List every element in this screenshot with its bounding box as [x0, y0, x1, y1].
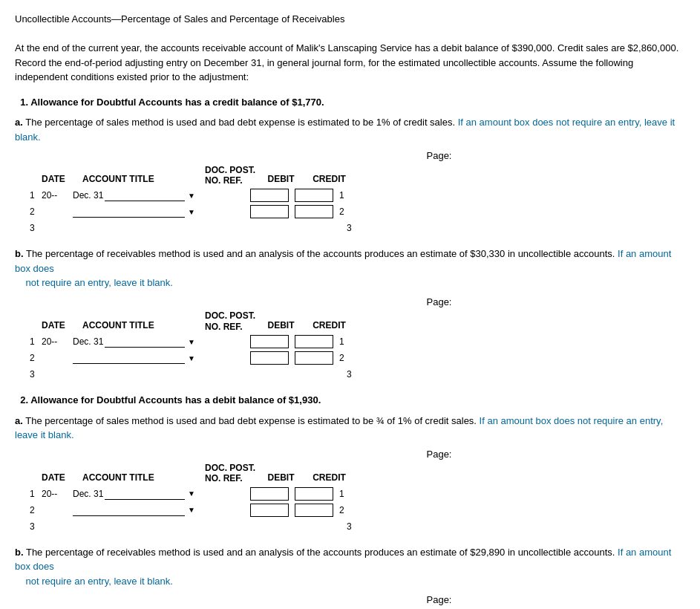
- section2-header: 2. Allowance for Doubtful Accounts has a…: [15, 393, 685, 408]
- journal-header-2a: DATE ACCOUNT TITLE DOC. POST.NO. REF. DE…: [30, 463, 685, 486]
- credit-input-1b-row2[interactable]: [295, 351, 333, 365]
- table-row: 2 ▼ 2: [30, 504, 685, 517]
- debit-input-1b-row1[interactable]: [250, 335, 289, 348]
- credit-input-1a-row2[interactable]: [295, 205, 333, 218]
- credit-input-1b-row1[interactable]: [295, 335, 333, 348]
- dropdown-arrow-2a-row1[interactable]: ▼: [188, 488, 195, 499]
- section2-part-b: b. The percentage of receivables method …: [15, 545, 685, 609]
- table-row: 1 20-- Dec. 31 ▼ 1: [30, 487, 685, 501]
- debit-input-1a-row2[interactable]: [250, 205, 289, 218]
- intro-paragraph: At the end of the current year, the acco…: [15, 41, 685, 85]
- page-label-2b: Page:: [193, 593, 685, 608]
- section1-header: 1. Allowance for Doubtful Accounts has a…: [15, 95, 685, 110]
- table-row: 3 3: [30, 221, 685, 235]
- table-row: 2 ▼ 2: [30, 351, 685, 365]
- page-label-1a: Page:: [193, 149, 685, 163]
- page-label-2a: Page:: [193, 447, 685, 462]
- page-label-1b: Page:: [193, 295, 685, 310]
- dropdown-arrow-1a-row2[interactable]: ▼: [188, 206, 195, 218]
- table-row: 3 3: [30, 520, 685, 533]
- debit-input-2a-row1[interactable]: [250, 487, 289, 501]
- credit-input-2a-row2[interactable]: [295, 504, 333, 517]
- table-row: 1 20-- Dec. 31 ▼ 1: [30, 335, 685, 348]
- dropdown-arrow-2a-row2[interactable]: ▼: [188, 504, 195, 515]
- debit-col-header: DEBIT: [257, 172, 305, 187]
- table-row: 2 ▼ 2: [30, 205, 685, 218]
- page-title: Uncollectible Accounts—Percentage of Sal…: [15, 12, 685, 27]
- credit-col-header: CREDIT: [305, 172, 353, 187]
- debit-input-2a-row2[interactable]: [250, 504, 289, 517]
- docpost-col-header: DOC. POST.NO. REF.: [205, 165, 257, 188]
- dropdown-arrow-1b-row1[interactable]: ▼: [188, 336, 195, 348]
- journal-header-1b: DATE ACCOUNT TITLE DOC. POST.NO. REF. DE…: [30, 310, 685, 333]
- table-row: 3 3: [30, 368, 685, 381]
- credit-input-2a-row1[interactable]: [295, 487, 333, 501]
- credit-input-1a-row1[interactable]: [295, 189, 333, 202]
- dropdown-arrow-1b-row2[interactable]: ▼: [188, 353, 195, 364]
- table-row: 1 20-- Dec. 31 ▼ 1: [30, 189, 685, 202]
- date-col-header: DATE: [42, 172, 82, 187]
- section1-part-b: b. The percentage of receivables method …: [15, 247, 685, 381]
- debit-input-1b-row2[interactable]: [250, 351, 289, 365]
- section2-part-a: a. The percentage of sales method is use…: [15, 414, 685, 533]
- section1-part-a: a. The percentage of sales method is use…: [15, 115, 685, 235]
- journal-header-1a: DATE ACCOUNT TITLE DOC. POST.NO. REF. DE…: [30, 165, 685, 188]
- debit-input-1a-row1[interactable]: [250, 189, 289, 202]
- dropdown-arrow-1a-row1[interactable]: ▼: [188, 190, 195, 201]
- account-col-header: ACCOUNT TITLE: [82, 172, 205, 187]
